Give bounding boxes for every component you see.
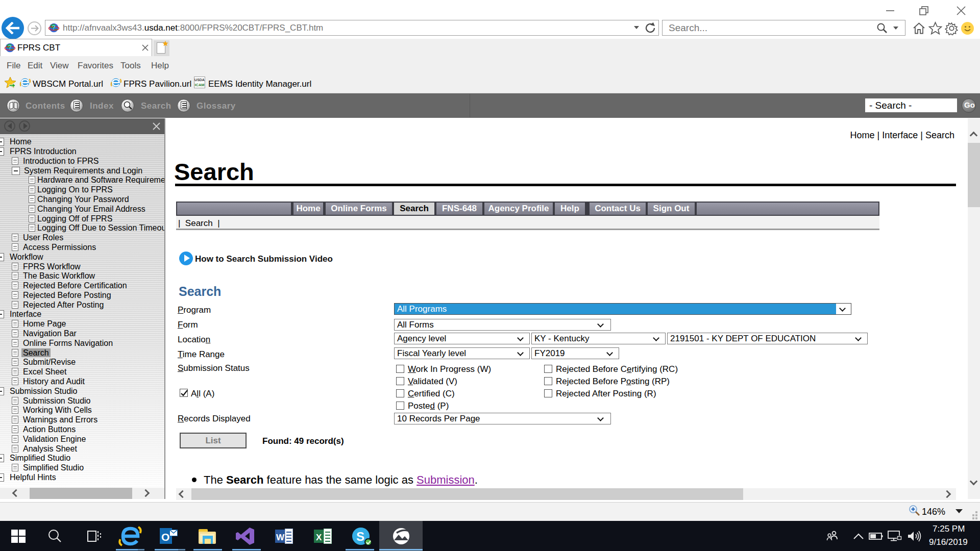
- svg-text:?: ?: [8, 44, 12, 51]
- svg-text:?: ?: [52, 24, 56, 31]
